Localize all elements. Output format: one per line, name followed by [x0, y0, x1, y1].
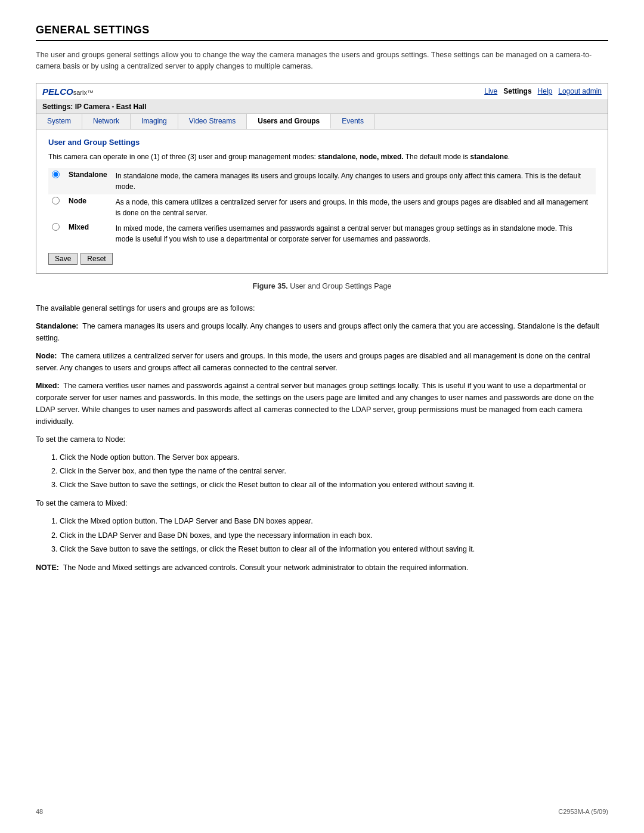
node-step-2: Click in the Server box, and then type t… [60, 465, 608, 478]
reset-button[interactable]: Reset [80, 253, 112, 265]
mixed-label: Mixed [65, 221, 112, 247]
mixed-body: Mixed: The camera verifies user names an… [36, 380, 608, 428]
node-body: Node: The camera utilizes a centralized … [36, 350, 608, 374]
mixed-step-3: Click the Save button to save the settin… [60, 543, 608, 556]
cam-tabs: System Network Imaging Video Streams Use… [36, 114, 608, 129]
mode-radio-table: Standalone In standalone mode, the camer… [48, 168, 596, 247]
tab-events[interactable]: Events [331, 114, 375, 129]
cam-subtitle: Settings: IP Camera - East Hall [36, 100, 608, 114]
available-settings-intro: The available general settings for users… [36, 302, 608, 314]
mixed-lead: Mixed: [36, 382, 60, 390]
logo-suffix: sarix™ [73, 89, 94, 96]
node-row: Node As a node, this camera utilizes a c… [48, 194, 596, 221]
set-node-steps: Click the Node option button. The Server… [60, 451, 608, 492]
standalone-label: Standalone [65, 168, 112, 194]
mode-description: This camera can operate in one (1) of th… [48, 151, 596, 162]
set-mixed-intro: To set the camera to Mixed: [36, 497, 608, 509]
nav-live[interactable]: Live [484, 87, 497, 95]
mixed-body-text: The camera verifies user names and passw… [36, 382, 594, 426]
node-desc: As a node, this camera utilizes a centra… [112, 194, 596, 221]
btn-row: Save Reset [48, 253, 596, 265]
mixed-step-1: Click the Mixed option button. The LDAP … [60, 515, 608, 528]
tab-system[interactable]: System [36, 114, 82, 129]
nav-logout[interactable]: Logout admin [558, 87, 602, 95]
mixed-row: Mixed In mixed mode, the camera verifies… [48, 221, 596, 247]
cam-header: PELCOsarix™ Live Settings Help Logout ad… [36, 83, 608, 100]
camera-ui-box: PELCOsarix™ Live Settings Help Logout ad… [36, 83, 608, 274]
standalone-body: Standalone: The camera manages its users… [36, 320, 608, 344]
note-lead: NOTE: [36, 563, 59, 572]
node-step-1: Click the Node option button. The Server… [60, 451, 608, 464]
figure-text: User and Group Settings Page [290, 282, 391, 290]
node-step-3: Click the Save button to save the settin… [60, 479, 608, 491]
node-body-text: The camera utilizes a centralized server… [36, 352, 590, 372]
mixed-step-2: Click in the LDAP Server and Base DN box… [60, 529, 608, 542]
mixed-radio[interactable] [52, 223, 60, 231]
page-number: 48 [36, 808, 43, 815]
standalone-radio[interactable] [52, 171, 60, 178]
note-paragraph: NOTE: The Node and Mixed settings are ad… [36, 562, 608, 574]
intro-paragraph: The user and groups general settings all… [36, 49, 608, 72]
node-label: Node [65, 194, 112, 221]
figure-caption: Figure 35. User and Group Settings Page [36, 282, 608, 290]
body-section: The available general settings for users… [36, 302, 608, 574]
standalone-desc: In standalone mode, the camera manages i… [112, 168, 596, 194]
pelco-logo-text: PELCO [42, 86, 73, 97]
node-radio[interactable] [52, 197, 60, 205]
cam-nav-links: Live Settings Help Logout admin [484, 87, 602, 95]
figure-number: Figure 35. [253, 282, 288, 290]
cam-logo: PELCOsarix™ [42, 86, 94, 97]
cam-content: User and Group Settings This camera can … [36, 129, 608, 273]
tab-video-streams[interactable]: Video Streams [178, 114, 247, 129]
set-mixed-steps: Click the Mixed option button. The LDAP … [60, 515, 608, 556]
standalone-row: Standalone In standalone mode, the camer… [48, 168, 596, 194]
node-lead: Node: [36, 352, 57, 360]
page-title: GENERAL SETTINGS [36, 24, 608, 41]
footer-bar: 48 C2953M-A (5/09) [36, 808, 608, 815]
note-text: The Node and Mixed settings are advanced… [63, 563, 469, 572]
standalone-body-text: The camera manages its users and groups … [36, 322, 599, 342]
tab-users-and-groups[interactable]: Users and Groups [247, 114, 331, 129]
nav-help[interactable]: Help [538, 87, 553, 95]
tab-network[interactable]: Network [82, 114, 131, 129]
set-node-intro: To set the camera to Node: [36, 433, 608, 445]
nav-settings[interactable]: Settings [503, 87, 531, 95]
mixed-desc: In mixed mode, the camera verifies usern… [112, 221, 596, 247]
section-heading: User and Group Settings [48, 138, 596, 147]
tab-imaging[interactable]: Imaging [131, 114, 178, 129]
save-button[interactable]: Save [48, 253, 78, 265]
standalone-lead: Standalone: [36, 322, 79, 330]
doc-number: C2953M-A (5/09) [558, 808, 608, 815]
